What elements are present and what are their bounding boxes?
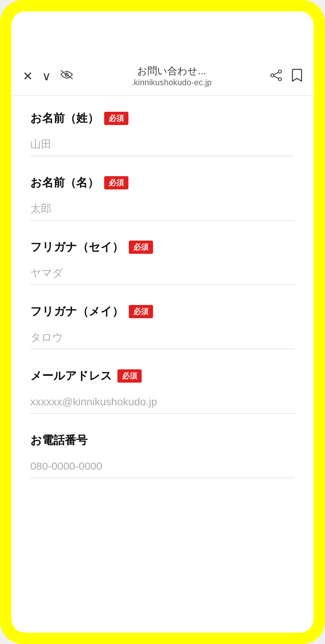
form-content: お名前（姓） 必須 お名前（名） 必須 フリガナ（セイ） 必須 [11,95,314,633]
form-group-phone: お電話番号 [30,433,295,478]
hide-icon[interactable] [60,69,73,83]
input-furigana-sei[interactable] [30,262,295,285]
browser-bar: ✕ ∨ お問い合わせ... .kinnikushokudo-ec.jp [11,57,314,95]
form-group-furigana-sei: フリガナ（セイ） 必須 [30,239,295,285]
input-phone[interactable] [30,455,295,478]
field-label-last-name: お名前（姓） 必須 [30,111,295,126]
share-icon[interactable] [270,69,283,83]
input-email[interactable] [30,391,295,414]
required-badge-first-name: 必須 [104,176,128,189]
field-label-furigana-sei: フリガナ（セイ） 必須 [30,239,295,255]
page-url: .kinnikushokudo-ec.jp [83,78,261,88]
bookmark-icon[interactable] [292,69,302,84]
phone-inner: ✕ ∨ お問い合わせ... .kinnikushokudo-ec.jp [11,11,314,633]
input-first-name[interactable] [30,197,295,220]
svg-line-5 [274,76,278,78]
required-badge-furigana-mei: 必須 [129,305,153,318]
label-text-first-name: お名前（名） [30,175,99,191]
required-badge-email: 必須 [117,369,142,383]
page-title: お問い合わせ... [83,64,261,78]
label-text-phone: お電話番号 [30,433,88,448]
field-label-first-name: お名前（名） 必須 [30,175,295,191]
browser-actions [270,69,302,84]
field-label-email: メールアドレス 必須 [30,368,295,384]
expand-icon[interactable]: ∨ [42,69,51,83]
svg-point-3 [278,78,281,81]
top-bar [11,11,314,57]
svg-point-2 [278,70,281,73]
svg-point-1 [271,74,274,77]
required-badge-furigana-sei: 必須 [129,241,153,254]
label-text-email: メールアドレス [30,368,112,384]
required-badge-last-name: 必須 [104,112,128,125]
label-text-last-name: お名前（姓） [30,111,99,126]
phone-frame: ✕ ∨ お問い合わせ... .kinnikushokudo-ec.jp [0,0,325,644]
browser-title-area: お問い合わせ... .kinnikushokudo-ec.jp [83,64,261,88]
form-group-last-name: お名前（姓） 必須 [30,111,295,156]
input-last-name[interactable] [30,133,295,156]
form-group-first-name: お名前（名） 必須 [30,175,295,220]
field-label-furigana-mei: フリガナ（メイ） 必須 [30,304,295,319]
form-group-furigana-mei: フリガナ（メイ） 必須 [30,304,295,349]
svg-line-4 [274,72,278,75]
input-furigana-mei[interactable] [30,326,295,349]
label-text-furigana-mei: フリガナ（メイ） [30,304,123,319]
form-group-email: メールアドレス 必須 [30,368,295,414]
field-label-phone: お電話番号 [30,433,295,448]
close-icon[interactable]: ✕ [23,69,33,83]
label-text-furigana-sei: フリガナ（セイ） [30,239,123,255]
